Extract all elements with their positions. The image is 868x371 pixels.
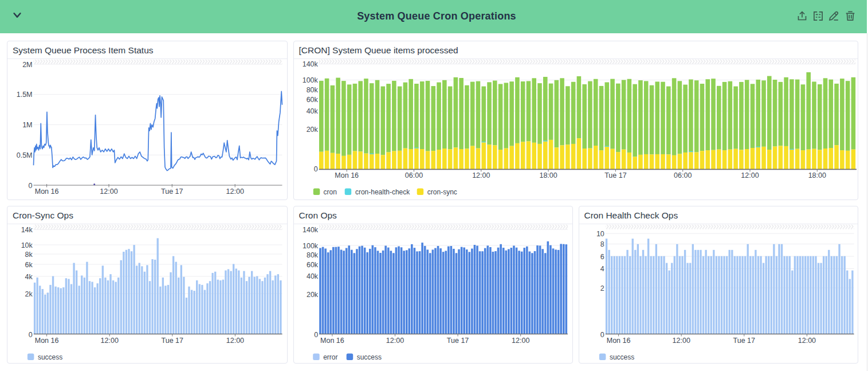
svg-text:Tue 17: Tue 17 [162, 336, 184, 344]
svg-text:8: 8 [600, 240, 604, 248]
svg-text:2k: 2k [25, 290, 33, 298]
svg-text:success: success [38, 353, 62, 361]
svg-text:Mon 16: Mon 16 [35, 188, 59, 196]
svg-text:0: 0 [29, 182, 33, 190]
svg-text:12:00: 12:00 [226, 188, 244, 196]
svg-text:06:00: 06:00 [674, 171, 692, 179]
svg-text:0: 0 [313, 165, 317, 173]
svg-text:10k: 10k [21, 241, 33, 249]
svg-text:6k: 6k [25, 260, 33, 268]
svg-text:Tue 17: Tue 17 [733, 336, 755, 344]
svg-text:error: error [323, 353, 337, 361]
svg-text:0.5M: 0.5M [17, 151, 33, 159]
svg-text:4k: 4k [25, 272, 33, 280]
svg-text:0: 0 [600, 331, 604, 339]
svg-text:80k: 80k [306, 86, 318, 94]
svg-text:Tue 17: Tue 17 [161, 188, 183, 196]
svg-text:cron-health-check: cron-health-check [355, 188, 410, 196]
svg-text:18:00: 18:00 [808, 171, 826, 179]
svg-text:12:00: 12:00 [741, 171, 759, 179]
svg-text:12:00: 12:00 [798, 336, 815, 344]
svg-text:140k: 140k [302, 225, 318, 233]
svg-text:100k: 100k [302, 76, 318, 84]
svg-text:40k: 40k [306, 107, 318, 115]
svg-text:success: success [356, 353, 381, 361]
svg-text:12:00: 12:00 [672, 336, 690, 344]
svg-text:12:00: 12:00 [386, 336, 403, 344]
svg-text:12:00: 12:00 [101, 336, 119, 344]
svg-text:140k: 140k [302, 60, 318, 68]
svg-text:100k: 100k [302, 241, 318, 249]
svg-text:60k: 60k [306, 261, 318, 269]
svg-text:Mon 16: Mon 16 [335, 171, 359, 179]
svg-text:12:00: 12:00 [512, 336, 529, 344]
svg-text:12:00: 12:00 [226, 336, 244, 344]
svg-text:4: 4 [600, 265, 604, 273]
svg-text:8k: 8k [25, 250, 33, 258]
svg-text:2M: 2M [22, 61, 32, 69]
svg-text:cron-sync: cron-sync [427, 188, 457, 196]
svg-text:2: 2 [600, 284, 604, 292]
svg-text:20k: 20k [306, 126, 318, 134]
svg-text:18:00: 18:00 [539, 171, 557, 179]
svg-text:12:00: 12:00 [100, 188, 117, 196]
svg-text:Mon 16: Mon 16 [320, 336, 344, 344]
svg-text:success: success [609, 353, 634, 361]
svg-text:Mon 16: Mon 16 [35, 336, 59, 344]
svg-text:cron: cron [323, 188, 336, 196]
svg-text:20k: 20k [306, 290, 318, 298]
svg-text:Tue 17: Tue 17 [446, 336, 469, 344]
svg-text:1M: 1M [22, 121, 32, 129]
svg-text:12:00: 12:00 [472, 171, 490, 179]
svg-text:40k: 40k [306, 272, 318, 280]
svg-text:0: 0 [29, 331, 33, 339]
svg-text:6: 6 [600, 252, 604, 260]
svg-text:Mon 16: Mon 16 [606, 336, 630, 344]
svg-text:60k: 60k [306, 96, 318, 104]
svg-text:80k: 80k [306, 251, 318, 259]
svg-text:Tue 17: Tue 17 [604, 171, 627, 179]
svg-text:06:00: 06:00 [404, 171, 422, 179]
svg-text:14k: 14k [21, 226, 33, 234]
svg-text:1.5M: 1.5M [17, 91, 33, 99]
svg-text:10: 10 [596, 229, 604, 237]
svg-text:0: 0 [314, 331, 318, 339]
